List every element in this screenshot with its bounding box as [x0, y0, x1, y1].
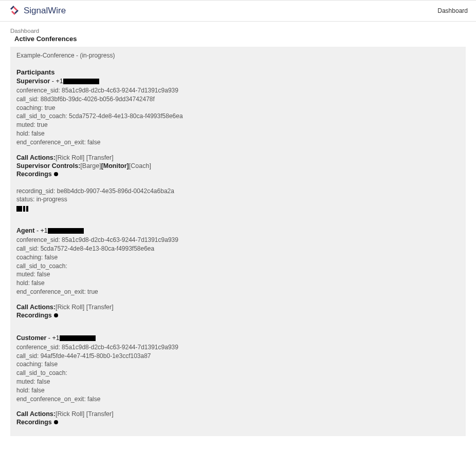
redacted-phone: [63, 79, 99, 84]
call-actions-label: Call Actions:: [16, 154, 56, 161]
kv-muted: muted: true: [16, 121, 460, 129]
brand[interactable]: SignalWire: [8, 5, 66, 17]
call-actions-row: Call Actions:[Rick Roll] [Transfer]: [16, 304, 460, 311]
recording-details: recording_sid: be8b4dcb-9907-4e35-896d-0…: [16, 187, 460, 212]
kv-hold: hold: false: [16, 386, 460, 395]
signalwire-logo-icon: [8, 5, 21, 17]
kv-hold: hold: false: [16, 129, 460, 138]
participant-header: Supervisor - +1: [16, 78, 460, 85]
kv-muted: muted: false: [16, 270, 460, 279]
action-transfer[interactable]: [Transfer]: [86, 410, 114, 418]
kv-conference_sid: conference_sid: 85a1c9d8-d2cb-4c63-9244-…: [16, 236, 460, 244]
call-actions-row: Call Actions:[Rick Roll] [Transfer]: [16, 410, 460, 418]
participant-role: Agent: [16, 227, 34, 234]
recordings-label: Recordings: [16, 419, 52, 426]
page-title: Active Conferences: [10, 35, 466, 43]
kv-call_sid: call_sid: 88d3bf6b-39dc-4026-b056-9dd347…: [16, 95, 460, 104]
action-rick-roll[interactable]: [Rick Roll]: [56, 304, 84, 311]
breadcrumb[interactable]: Dashboard: [10, 28, 466, 34]
control-coach[interactable]: [Coach]: [129, 162, 151, 169]
redacted-phone: [60, 335, 96, 341]
conference-name: Example-Conference: [16, 52, 75, 59]
redacted-phone: [48, 228, 84, 234]
kv-conference_sid: conference_sid: 85a1c9d8-d2cb-4c63-9244-…: [16, 343, 460, 352]
supervisor-controls-row: Supervisor Controls:[Barge][Monitor][Coa…: [16, 162, 460, 169]
brand-name: SignalWire: [24, 6, 66, 16]
kv-call_sid_to_coach: call_sid_to_coach: 5cda7572-4de8-4e13-80…: [16, 112, 460, 121]
record-icon[interactable]: [54, 313, 58, 317]
participant-header: Agent - +1: [16, 227, 460, 234]
recordings-label: Recordings: [16, 171, 52, 178]
pause-icon[interactable]: [23, 206, 28, 212]
kv-call_sid: call_sid: 94af5fde-44e7-41f5-80b0-1e3ccf…: [16, 352, 460, 361]
kv-call_sid: call_sid: 5cda7572-4de8-4e13-80ca-f4993f…: [16, 244, 460, 253]
conference-panel: Example-Conference - (in-progress) Parti…: [10, 47, 466, 436]
control-monitor[interactable]: [Monitor]: [101, 162, 129, 169]
action-transfer[interactable]: [Transfer]: [86, 304, 114, 311]
participant-role: Supervisor: [16, 78, 50, 85]
action-rick-roll[interactable]: [Rick Roll]: [56, 410, 84, 418]
participants-label: Participants: [16, 68, 460, 76]
recordings-label: Recordings: [16, 312, 52, 319]
participant-block: Supervisor - +1conference_sid: 85a1c9d8-…: [16, 78, 460, 212]
recording-controls: [16, 206, 460, 212]
kv-end_conference_on_exit: end_conference_on_exit: true: [16, 288, 460, 296]
kv-coaching: coaching: true: [16, 104, 460, 112]
kv-muted: muted: false: [16, 378, 460, 386]
participant-role: Customer: [16, 334, 46, 342]
participant-block: Customer - +1conference_sid: 85a1c9d8-d2…: [16, 334, 460, 426]
call-actions-row: Call Actions:[Rick Roll] [Transfer]: [16, 154, 460, 161]
supervisor-controls-label: Supervisor Controls:: [16, 162, 80, 169]
kv-end_conference_on_exit: end_conference_on_exit: false: [16, 395, 460, 404]
nav-dashboard-link[interactable]: Dashboard: [437, 7, 468, 14]
action-rick-roll[interactable]: [Rick Roll]: [56, 154, 84, 161]
kv-call_sid_to_coach: call_sid_to_coach:: [16, 262, 460, 271]
kv-coaching: coaching: false: [16, 253, 460, 262]
kv-recording-status: status: in-progress: [16, 195, 460, 204]
stop-icon[interactable]: [16, 206, 22, 212]
kv-call_sid_to_coach: call_sid_to_coach:: [16, 369, 460, 378]
recordings-row: Recordings: [16, 312, 460, 319]
kv-recording-sid: recording_sid: be8b4dcb-9907-4e35-896d-0…: [16, 187, 460, 196]
kv-conference_sid: conference_sid: 85a1c9d8-d2cb-4c63-9244-…: [16, 86, 460, 95]
conference-title-row: Example-Conference - (in-progress): [16, 52, 460, 59]
control-barge[interactable]: [Barge]: [80, 162, 101, 169]
kv-end_conference_on_exit: end_conference_on_exit: false: [16, 138, 460, 147]
recordings-row: Recordings: [16, 171, 460, 178]
record-icon[interactable]: [54, 420, 58, 424]
call-actions-label: Call Actions:: [16, 410, 56, 418]
participant-header: Customer - +1: [16, 334, 460, 342]
record-icon[interactable]: [54, 172, 58, 176]
conference-status: (in-progress): [80, 52, 115, 59]
action-transfer[interactable]: [Transfer]: [86, 154, 114, 161]
main-content: Dashboard Active Conferences Example-Con…: [0, 22, 476, 442]
call-actions-label: Call Actions:: [16, 304, 56, 311]
recordings-row: Recordings: [16, 419, 460, 426]
kv-coaching: coaching: false: [16, 360, 460, 369]
kv-hold: hold: false: [16, 279, 460, 288]
app-header: SignalWire Dashboard: [0, 0, 476, 22]
participant-block: Agent - +1conference_sid: 85a1c9d8-d2cb-…: [16, 227, 460, 319]
